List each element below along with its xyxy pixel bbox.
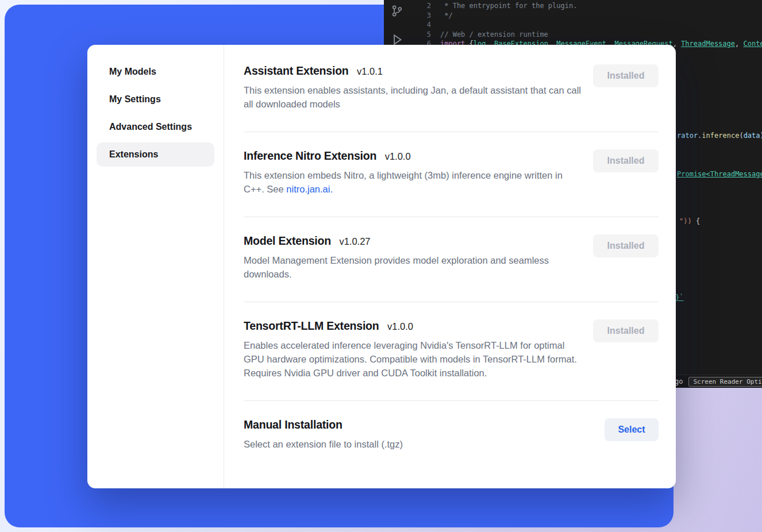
extension-description: Model Management Extension provides mode…	[244, 253, 586, 281]
code-lines: 2 * The entrypoint for the plugin.3 */45…	[416, 1, 762, 49]
code-fragment: rator.inference(data));	[677, 132, 762, 140]
extension-row-tensorrt: TensortRT-LLM Extension v1.0.0 Enables a…	[244, 302, 659, 401]
extension-description: This extension enables assistants, inclu…	[244, 83, 586, 111]
extension-row-assistant: Assistant Extension v1.0.1 This extensio…	[244, 64, 659, 132]
status-language-label[interactable]: go	[675, 377, 683, 385]
extensions-panel: Assistant Extension v1.0.1 This extensio…	[224, 45, 676, 488]
extension-description: Enables accelerated inference leveraging…	[244, 338, 586, 380]
extension-row-model: Model Extension v1.0.27 Model Management…	[244, 217, 659, 302]
nitro-jan-ai-link[interactable]: nitro.jan.ai.	[286, 184, 333, 194]
manual-installation-row: Manual Installation Select an extension …	[244, 401, 659, 468]
git-branch-icon[interactable]	[391, 5, 403, 19]
extension-version: v1.0.0	[385, 151, 411, 161]
sidebar-item-my-settings[interactable]: My Settings	[97, 87, 214, 111]
select-file-button[interactable]: Select	[605, 418, 659, 441]
sidebar-item-advanced-settings[interactable]: Advanced Settings	[97, 115, 214, 139]
manual-installation-title: Manual Installation	[244, 418, 342, 431]
sidebar-item-extensions[interactable]: Extensions	[97, 142, 214, 167]
settings-dialog: My Models My Settings Advanced Settings …	[87, 45, 676, 488]
extension-version: v1.0.27	[339, 236, 370, 246]
extension-title: TensortRT-LLM Extension	[244, 319, 379, 332]
extension-version: v1.0.0	[387, 321, 413, 331]
sidebar-item-my-models[interactable]: My Models	[97, 60, 214, 84]
code-fragment: Promise<ThreadMessage>	[677, 170, 762, 178]
extension-description: This extension embeds Nitro, a lightweig…	[244, 168, 586, 196]
installed-button[interactable]: Installed	[593, 149, 659, 172]
extension-title: Assistant Extension	[244, 64, 349, 77]
installed-button[interactable]: Installed	[593, 64, 659, 87]
installed-button[interactable]: Installed	[593, 319, 659, 342]
extension-title: Inference Nitro Extension	[244, 149, 376, 162]
installed-button[interactable]: Installed	[593, 234, 659, 257]
extension-version: v1.0.1	[357, 66, 383, 76]
extension-title: Model Extension	[244, 234, 331, 247]
screen-reader-optimize-badge[interactable]: Screen Reader Optimize	[688, 377, 762, 387]
page-background: 2 * The entrypoint for the plugin.3 */45…	[0, 0, 762, 532]
manual-installation-description: Select an extension file to install (.tg…	[244, 437, 403, 451]
settings-sidebar: My Models My Settings Advanced Settings …	[87, 45, 224, 488]
extension-row-nitro: Inference Nitro Extension v1.0.0 This ex…	[244, 132, 659, 217]
code-fragment: ")) {	[679, 217, 700, 225]
